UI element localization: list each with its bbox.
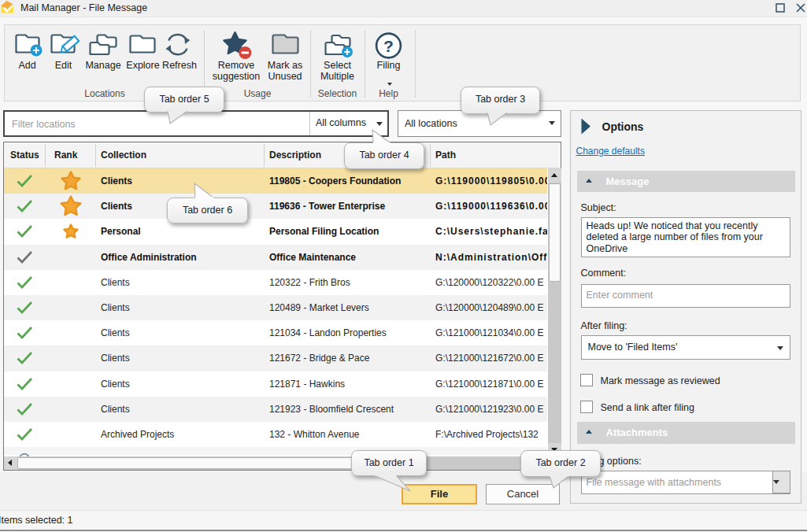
- svg-text:?: ?: [383, 37, 394, 55]
